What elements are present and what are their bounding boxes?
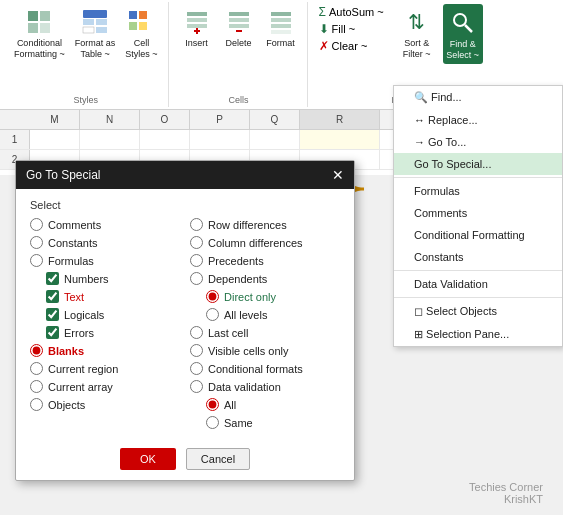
cell-R1[interactable] [300,130,380,149]
radio-dependents-input[interactable] [190,272,203,285]
format-as-table-button[interactable]: Format asTable ~ [71,4,120,62]
cell-N1[interactable] [80,130,140,149]
radio-all-levels-label: All levels [224,309,267,321]
svg-rect-12 [139,22,147,30]
radio-all-levels-input[interactable] [206,308,219,321]
svg-rect-23 [271,18,291,22]
fill-icon: ⬇ [319,22,329,36]
svg-line-27 [465,25,472,32]
menu-item-replace[interactable]: ↔ Replace... [394,109,562,131]
checkbox-logicals: Logicals [46,307,180,322]
formulas-label: Formulas [414,185,460,197]
delete-button[interactable]: Delete [219,4,259,51]
checkbox-logicals-input[interactable] [46,308,59,321]
insert-label: Insert [185,38,208,49]
radio-objects-input[interactable] [30,398,43,411]
radio-last-cell-input[interactable] [190,326,203,339]
svg-rect-9 [129,11,137,19]
delete-icon [223,6,255,38]
autosum-button[interactable]: Σ AutoSum ~ [316,4,387,20]
conditional-formatting-menu-label: Conditional Formatting [414,229,525,241]
menu-item-find[interactable]: 🔍 Find... [394,86,562,109]
radio-dependents-label: Dependents [208,273,267,285]
checkbox-numbers-input[interactable] [46,272,59,285]
fill-button[interactable]: ⬇ Fill ~ [316,21,387,37]
select-objects-label: ◻ Select Objects [414,305,497,318]
radio-visible-cells-input[interactable] [190,344,203,357]
menu-item-formulas[interactable]: Formulas [394,180,562,202]
conditional-formatting-button[interactable]: ConditionalFormatting ~ [10,4,69,62]
radio-col-diff-input[interactable] [190,236,203,249]
ok-button[interactable]: OK [120,448,176,470]
svg-rect-11 [129,22,137,30]
radio-all-levels: All levels [206,307,340,322]
radio-same-val-label: Same [224,417,253,429]
dialog-close-icon[interactable]: ✕ [332,167,344,183]
menu-item-data-validation[interactable]: Data Validation [394,273,562,295]
checkbox-text-input[interactable] [46,290,59,303]
insert-button[interactable]: Insert [177,4,217,51]
menu-item-constants[interactable]: Constants [394,246,562,268]
menu-item-selection-pane[interactable]: ⊞ Selection Pane... [394,323,562,346]
radio-data-val-input[interactable] [190,380,203,393]
radio-same-val-input[interactable] [206,416,219,429]
svg-rect-20 [229,24,249,28]
radio-conditional-formats: Conditional formats [190,361,340,376]
radio-current-region: Current region [30,361,180,376]
checkbox-errors-input[interactable] [46,326,59,339]
svg-rect-6 [96,19,107,25]
radio-comments-input[interactable] [30,218,43,231]
cell-O1[interactable] [140,130,190,149]
goto-special-dialog: Go To Special ✕ Select Comments Constant… [15,160,355,481]
checkbox-numbers: Numbers [46,271,180,286]
ribbon-group-styles: ConditionalFormatting ~ Format asTable ~ [4,2,169,107]
cell-P1[interactable] [190,130,250,149]
cell-Q1[interactable] [250,130,300,149]
dialog-columns: Comments Constants Formulas Numbers Text [30,217,340,430]
radio-current-region-label: Current region [48,363,118,375]
cells-group-label: Cells [229,93,249,105]
menu-item-select-objects[interactable]: ◻ Select Objects [394,300,562,323]
svg-rect-5 [83,19,94,25]
clear-button[interactable]: ✗ Clear ~ [316,38,387,54]
radio-current-array-label: Current array [48,381,113,393]
radio-visible-cells-label: Visible cells only [208,345,289,357]
radio-current-region-input[interactable] [30,362,43,375]
autosum-label: AutoSum ~ [329,6,384,18]
format-button[interactable]: Format [261,4,301,51]
radio-precedents-input[interactable] [190,254,203,267]
menu-item-comments[interactable]: Comments [394,202,562,224]
checkbox-errors: Errors [46,325,180,340]
find-select-label: Find &Select ~ [446,39,479,61]
menu-separator-1 [394,177,562,178]
menu-item-goto[interactable]: → Go To... [394,131,562,153]
checkbox-text: Text [46,289,180,304]
cell-styles-button[interactable]: CellStyles ~ [121,4,161,62]
editing-small-buttons: Σ AutoSum ~ ⬇ Fill ~ ✗ Clear ~ [316,4,387,54]
cell-M1[interactable] [30,130,80,149]
cancel-button[interactable]: Cancel [186,448,250,470]
goto-label: → Go To... [414,136,466,148]
radio-dependents: Dependents [190,271,340,286]
radio-constants-input[interactable] [30,236,43,249]
radio-current-array-input[interactable] [30,380,43,393]
menu-item-goto-special[interactable]: Go To Special... [394,153,562,175]
radio-row-diff-input[interactable] [190,218,203,231]
radio-comments: Comments [30,217,180,232]
radio-blanks-input[interactable] [30,344,43,357]
radio-direct-only-input[interactable] [206,290,219,303]
radio-constants-label: Constants [48,237,98,249]
svg-rect-18 [229,12,249,16]
radio-formulas-input[interactable] [30,254,43,267]
radio-formulas-label: Formulas [48,255,94,267]
find-select-button[interactable]: Find &Select ~ [443,4,483,64]
radio-objects: Objects [30,397,180,412]
radio-all-val-input[interactable] [206,398,219,411]
sort-filter-button[interactable]: ⇅ Sort &Filter ~ [397,4,437,62]
replace-label: ↔ Replace... [414,114,478,126]
radio-cond-formats-input[interactable] [190,362,203,375]
menu-item-conditional-formatting[interactable]: Conditional Formatting [394,224,562,246]
comments-label: Comments [414,207,467,219]
svg-rect-22 [271,12,291,16]
dialog-left-col: Comments Constants Formulas Numbers Text [30,217,180,430]
